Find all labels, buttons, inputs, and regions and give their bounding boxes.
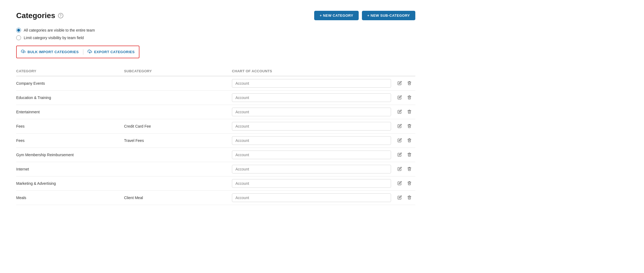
title-area: Categories ? bbox=[16, 11, 63, 20]
delete-button[interactable] bbox=[406, 166, 413, 173]
pencil-icon bbox=[398, 152, 402, 158]
edit-button[interactable] bbox=[396, 180, 403, 187]
account-cell[interactable] bbox=[232, 179, 394, 188]
pencil-icon bbox=[398, 110, 402, 115]
trash-icon bbox=[407, 95, 412, 100]
delete-button[interactable] bbox=[406, 108, 413, 116]
account-input[interactable] bbox=[232, 179, 391, 188]
new-category-button[interactable]: + NEW CATEGORY bbox=[314, 11, 358, 20]
delete-button[interactable] bbox=[406, 94, 413, 101]
subcategory-cell: Travel Fees bbox=[124, 138, 232, 143]
edit-button[interactable] bbox=[396, 166, 403, 173]
new-sub-category-button[interactable]: + NEW SUB-CATEGORY bbox=[362, 11, 415, 20]
radio-option-limit-visibility: Limit category visibility by team field bbox=[16, 35, 415, 40]
header-actions bbox=[394, 69, 415, 73]
divider bbox=[83, 49, 83, 55]
account-cell[interactable] bbox=[232, 136, 394, 145]
export-label: EXPORT CATEGORIES bbox=[94, 50, 135, 54]
category-cell: Marketing & Advertising bbox=[16, 181, 124, 186]
edit-button[interactable] bbox=[396, 80, 403, 87]
account-input[interactable] bbox=[232, 79, 391, 88]
category-cell: Meals bbox=[16, 196, 124, 200]
edit-button[interactable] bbox=[396, 137, 403, 144]
delete-button[interactable] bbox=[406, 137, 413, 144]
table-header: Category Subcategory Chart of Accounts bbox=[16, 67, 415, 76]
header-buttons: + NEW CATEGORY + NEW SUB-CATEGORY bbox=[314, 11, 415, 20]
edit-button[interactable] bbox=[396, 151, 403, 159]
page-title: Categories bbox=[16, 11, 55, 20]
header-chart-of-accounts: Chart of Accounts bbox=[232, 69, 394, 73]
download-icon bbox=[88, 49, 92, 54]
trash-icon bbox=[407, 167, 412, 172]
radio-limit-visibility[interactable] bbox=[16, 35, 21, 40]
category-cell: Fees bbox=[16, 138, 124, 143]
radio-option-all-visible: All categories are visible to the entire… bbox=[16, 28, 415, 33]
edit-button[interactable] bbox=[396, 94, 403, 101]
row-actions bbox=[394, 166, 415, 173]
pencil-icon bbox=[398, 81, 402, 86]
category-cell: Company Events bbox=[16, 81, 124, 86]
trash-icon bbox=[407, 152, 412, 158]
radio-limit-visibility-label[interactable]: Limit category visibility by team field bbox=[24, 36, 84, 40]
subcategory-cell: Credit Card Fee bbox=[124, 124, 232, 128]
row-actions bbox=[394, 94, 415, 101]
trash-icon bbox=[407, 110, 412, 115]
account-cell[interactable] bbox=[232, 93, 394, 102]
table-row: Fees Credit Card Fee bbox=[16, 119, 415, 134]
category-cell: Entertainment bbox=[16, 110, 124, 114]
account-input[interactable] bbox=[232, 136, 391, 145]
table-row: Company Events bbox=[16, 76, 415, 91]
delete-button[interactable] bbox=[406, 151, 413, 159]
table-row: Meals Client Meal bbox=[16, 191, 415, 205]
account-cell[interactable] bbox=[232, 193, 394, 202]
help-icon[interactable]: ? bbox=[58, 13, 63, 18]
upload-icon bbox=[21, 49, 25, 54]
row-actions bbox=[394, 180, 415, 187]
pencil-icon bbox=[398, 95, 402, 100]
account-input[interactable] bbox=[232, 93, 391, 102]
radio-all-visible-label[interactable]: All categories are visible to the entire… bbox=[24, 28, 95, 32]
account-cell[interactable] bbox=[232, 165, 394, 173]
delete-button[interactable] bbox=[406, 123, 413, 130]
pencil-icon bbox=[398, 167, 402, 172]
export-button[interactable]: EXPORT CATEGORIES bbox=[84, 48, 135, 56]
account-cell[interactable] bbox=[232, 151, 394, 159]
trash-icon bbox=[407, 195, 412, 200]
pencil-icon bbox=[398, 138, 402, 143]
category-cell: Gym Membership Reimbursement bbox=[16, 153, 124, 157]
import-export-section: BULK IMPORT CATEGORIES EXPORT CATEGORIES bbox=[16, 46, 139, 58]
table-row: Gym Membership Reimbursement bbox=[16, 148, 415, 162]
account-cell[interactable] bbox=[232, 79, 394, 88]
trash-icon bbox=[407, 138, 412, 143]
subcategory-cell: Client Meal bbox=[124, 196, 232, 200]
account-cell[interactable] bbox=[232, 108, 394, 116]
trash-icon bbox=[407, 81, 412, 86]
delete-button[interactable] bbox=[406, 194, 413, 202]
radio-all-visible[interactable] bbox=[16, 28, 21, 33]
pencil-icon bbox=[398, 195, 402, 200]
account-cell[interactable] bbox=[232, 122, 394, 131]
bulk-import-button[interactable]: BULK IMPORT CATEGORIES bbox=[21, 48, 82, 56]
delete-button[interactable] bbox=[406, 180, 413, 187]
account-input[interactable] bbox=[232, 193, 391, 202]
radio-section: All categories are visible to the entire… bbox=[16, 28, 415, 40]
header-category: Category bbox=[16, 69, 124, 73]
account-input[interactable] bbox=[232, 108, 391, 116]
row-actions bbox=[394, 151, 415, 159]
account-input[interactable] bbox=[232, 122, 391, 131]
account-input[interactable] bbox=[232, 165, 391, 173]
row-actions bbox=[394, 80, 415, 87]
table-row: Internet bbox=[16, 162, 415, 176]
table-row: Fees Travel Fees bbox=[16, 134, 415, 148]
table-row: Marketing & Advertising bbox=[16, 176, 415, 191]
table-body: Company Events bbox=[16, 76, 415, 205]
table-row: Entertainment bbox=[16, 105, 415, 119]
account-input[interactable] bbox=[232, 151, 391, 159]
delete-button[interactable] bbox=[406, 80, 413, 87]
row-actions bbox=[394, 194, 415, 202]
pencil-icon bbox=[398, 124, 402, 129]
edit-button[interactable] bbox=[396, 123, 403, 130]
row-actions bbox=[394, 123, 415, 130]
edit-button[interactable] bbox=[396, 108, 403, 116]
edit-button[interactable] bbox=[396, 194, 403, 202]
